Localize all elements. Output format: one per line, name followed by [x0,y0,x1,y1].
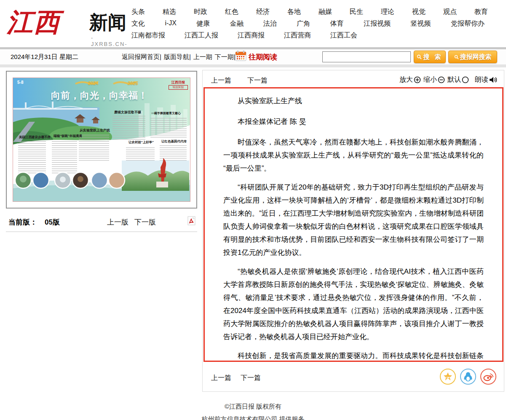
nav-item-party-help[interactable]: 党报帮你办 [451,19,485,28]
next-issue-link[interactable]: 下一期| [215,53,236,61]
nav-item-theory[interactable]: 理论 [381,8,394,16]
search-button[interactable]: 搜 索 [414,51,446,63]
date-toolbar: 2024年12月31日 星期二 返回报网首页| 版面导航| 上一期 下一期| 往… [0,47,506,67]
article-paragraph: “科研团队开展了近20年的基础研究，致力于3D打印再生型组织的产品研发与产业化应… [223,181,484,259]
nav-item-economy[interactable]: 经济 [256,8,270,16]
nav-item-education[interactable]: 教育 [474,8,488,16]
article-title: 从实验室跃上生产线 [223,94,484,107]
thumb-article-headline: 从实验室跃上生产线 [80,128,110,133]
text-controls: 放大 缩小 默认 朗读 [399,75,497,84]
article-top-controls: 上一篇 下一篇 放大 缩小 默认 [211,75,497,86]
article-paragraph: 科技创新，是我省高质量发展的重要驱动力。而科技成果转化是科技创新链条中的重要一环… [223,349,484,362]
zoom-out-button[interactable]: 缩小 [423,75,445,84]
newspaper-page-thumbnail[interactable]: 5-8 2024 2025 向前，向光，向幸福！ 江西日报 特别策划 赓续文脉弦… [6,71,197,209]
thumbnail-masthead-subtitle: 特别策划 [169,85,188,90]
nav-item-finance[interactable]: 金融 [230,19,244,28]
site-search-button-label: 搜报网搜索 [460,53,492,61]
copyright-text: ©江西日报 版权所有 [0,403,506,411]
thumbnail-page-range: 5-8 [17,80,23,85]
next-article-link-bottom[interactable]: 下一篇 [241,374,261,383]
nav-item-jx-yingshang[interactable]: 江西营商 [284,31,311,40]
circle-minus-icon [438,76,445,83]
thumb-article-headline: 让农村娃“上好学” [129,140,154,144]
logo-main-text: 江西 [7,3,61,41]
nav-item-politics[interactable]: 时政 [194,8,207,16]
nav-item-featured[interactable]: 精选 [163,8,176,16]
nav-item-headlines[interactable]: 头条 [131,8,145,16]
search-button-label: 搜 索 [423,53,442,61]
read-aloud-label: 朗读 [475,75,488,84]
previous-issue-link[interactable]: 上一期 [193,53,212,61]
zoom-in-label: 放大 [399,75,413,84]
left-column-divider [6,231,197,232]
nav-item-wide-angle[interactable]: 广角 [297,19,310,28]
thumbnail-headline: 向前，向光，向幸福！ [51,89,148,102]
nav-item-visual[interactable]: 视觉 [412,8,426,16]
nav-item-jx-union[interactable]: 江西工会 [330,31,357,40]
article-bottom-controls: 上一篇 下一篇 [211,369,497,385]
nav-row-3: 江南都市报 江西工人报 江西商报 江西营商 江西工会 [131,31,488,40]
thumb-article-headline: 赓续文脉弦歌不辍 [114,110,141,115]
back-to-homepage-link[interactable]: 返回报网首页| [122,53,161,61]
nav-item-media[interactable]: 融媒 [319,8,332,16]
nav-item-jx-worker[interactable]: 江西工人报 [185,31,218,40]
previous-page-link[interactable]: 上一版 [107,217,129,227]
nav-item-law[interactable]: 法治 [263,19,277,28]
pdf-icon[interactable] [187,216,195,227]
read-aloud-button[interactable]: 朗读 [475,75,497,84]
logo-suffix-text: 新闻 [89,12,126,33]
zoom-in-button[interactable]: 放大 [399,75,421,84]
nav-item-livelihood[interactable]: 民生 [350,8,363,16]
thumbnail-year-2025: 2025 [128,80,138,86]
nav-item-jiangnan-metro[interactable]: 江南都市报 [131,31,165,40]
site-logo[interactable]: 江西 新闻 -JXRBS.CN- [7,3,129,45]
nav-item-opinion[interactable]: 观点 [443,8,457,16]
nav-item-vertical-video[interactable]: 竖视频 [411,19,431,28]
search-input[interactable] [322,51,411,62]
site-search-button[interactable]: 搜报网搜索 [448,51,497,63]
nav-item-ijx[interactable]: i-JX [165,19,177,28]
next-page-link[interactable]: 下一版 [134,217,156,227]
toolbar-links: 返回报网首页| 版面导航| 上一期 下一期| [122,53,236,61]
thumbnail-masthead: 江西日报 特别策划 [169,80,188,90]
share-buttons [440,369,496,385]
nav-item-jx-business-paper[interactable]: 江西商报 [238,31,265,40]
magnifier-icon [454,55,459,59]
qq-share-icon[interactable] [460,369,476,385]
zoom-out-label: 缩小 [423,75,437,84]
calendar-icon [235,51,247,63]
nav-row-1: 头条 精选 时政 红色 经济 各地 融媒 民生 理论 视觉 观点 教育 [131,8,488,16]
article-paragraph: 时值深冬，虽然天气寒冷，然而在赣鄱大地上，科技创新如潮水般奔腾翻涌，一项项科技成… [223,136,484,175]
nav-item-health[interactable]: 健康 [196,19,210,28]
archive-reading-link[interactable]: 往期阅读 [249,52,277,62]
current-page-label: 当前版： [8,217,37,227]
thumb-article-headline: 美丽江西建设步履不停 [19,135,51,139]
current-date: 2024年12月31日 星期二 [11,53,78,61]
next-article-link-top[interactable]: 下一篇 [247,76,268,85]
nav-item-regions[interactable]: 各地 [287,8,301,16]
article-panel: 上一篇 下一篇 放大 缩小 默认 [202,70,504,392]
page-selector-row: 当前版： 05版 上一版 下一版 [6,216,197,228]
thumb-article-headline: 端稳“饭碗”幸福满满 [54,134,82,138]
article-bottom-links: 上一篇 下一篇 [211,374,261,383]
weibo-share-icon[interactable] [480,369,496,385]
circle-icon [462,76,469,83]
speaker-icon [489,76,497,83]
thumb-article-headline: 一碗手擀面暖胃又暖心 [151,111,181,115]
qzone-share-icon[interactable] [440,369,456,385]
circle-plus-icon [414,76,421,83]
site-header: 江西 新闻 -JXRBS.CN- 头条 精选 时政 红色 经济 各地 融媒 民生… [0,0,506,47]
page-navigation-link[interactable]: 版面导航| [164,53,191,61]
nav-item-red[interactable]: 红色 [225,8,238,16]
default-size-button[interactable]: 默认 [447,75,469,84]
nav-item-sports[interactable]: 体育 [330,19,344,28]
previous-article-link-top[interactable]: 上一篇 [211,76,231,85]
previous-article-link-bottom[interactable]: 上一篇 [211,374,231,383]
default-size-label: 默认 [447,75,461,84]
service-provider-text: 杭州前方信息技术有限公司 提供服务 [0,415,506,420]
page-nav-links: 上一版 下一版 [107,217,156,227]
article-paragraph: “热敏灸机器人是依据‘辨敏施灸’原创理论，结合现代AI技术，植入江西中医药大学首… [223,265,484,343]
nav-item-jb-video[interactable]: 江报视频 [364,19,391,28]
nav-item-culture[interactable]: 文化 [131,19,145,28]
article-byline: 本报全媒体记者 陈 旻 [223,115,484,128]
